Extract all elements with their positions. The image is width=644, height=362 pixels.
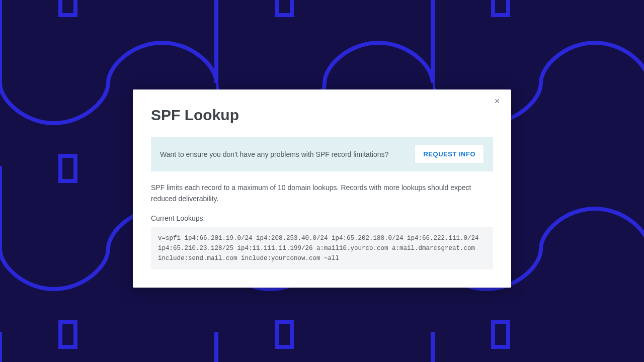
request-info-button[interactable]: REQUEST INFO [415,145,484,163]
close-icon[interactable]: × [492,97,502,107]
banner-text: Want to ensure you don't have any proble… [160,150,388,158]
modal-title: SPF Lookup [151,107,493,124]
spf-record-block: v=spf1 ip4:66.201.19.0/24 ip4:208.253.40… [151,227,493,269]
current-lookups-label: Current Lookups: [151,214,493,222]
spf-description: SPF limits each record to a maximum of 1… [151,183,493,204]
spf-lookup-modal: × SPF Lookup Want to ensure you don't ha… [133,89,511,288]
info-banner: Want to ensure you don't have any proble… [151,137,493,171]
